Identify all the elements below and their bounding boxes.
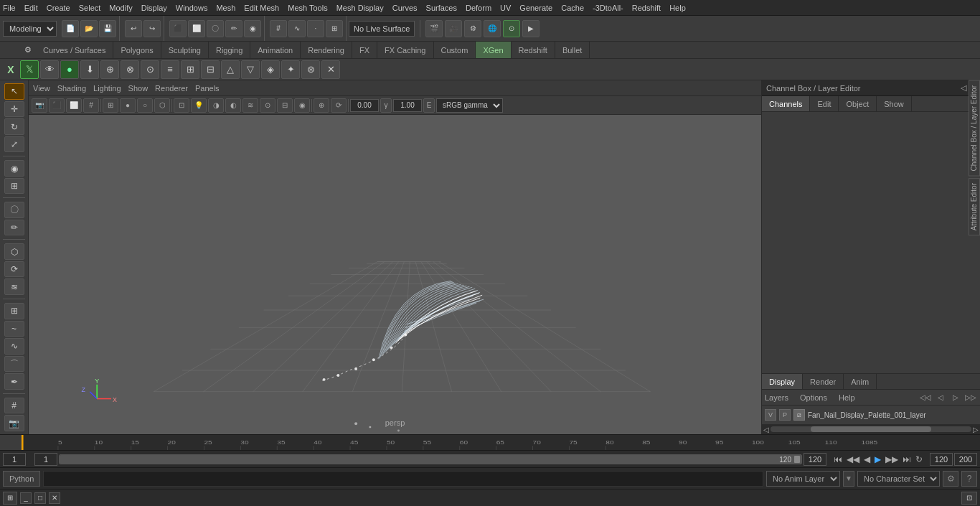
vp-menu-panels[interactable]: Panels: [195, 84, 220, 93]
camera-button[interactable]: 📷: [4, 415, 24, 431]
layer-playback-button[interactable]: P: [779, 409, 791, 421]
tab-show[interactable]: Show: [877, 96, 912, 111]
show-manipulator-button[interactable]: ⊞: [4, 178, 24, 195]
select-tool-button[interactable]: ↖: [4, 83, 24, 100]
viewport-3d[interactable]: X Y Z persp: [29, 115, 761, 434]
vp-isolate-icon[interactable]: ◉: [294, 98, 310, 113]
tab-display[interactable]: Display: [762, 374, 803, 389]
open-scene-button[interactable]: 📂: [80, 20, 98, 37]
range-end-input[interactable]: [804, 453, 826, 466]
menu-generate[interactable]: Generate: [519, 4, 552, 12]
tab-rigging[interactable]: Rigging: [209, 42, 250, 58]
menu-surfaces[interactable]: Surfaces: [426, 4, 457, 12]
rotate-tool-button[interactable]: ↻: [4, 118, 24, 135]
paint-tool-button[interactable]: ✏: [4, 220, 24, 236]
vp-texture-icon[interactable]: ⊡: [174, 98, 189, 113]
anim-layer-arrow[interactable]: ▼: [843, 471, 854, 487]
layer-prev-icon[interactable]: ◁: [934, 391, 947, 404]
vp-bounding-icon[interactable]: ⬡: [154, 98, 170, 113]
vp-resolution-icon[interactable]: ⬜: [66, 98, 82, 113]
menu-modify[interactable]: Modify: [109, 4, 132, 12]
tab-animation[interactable]: Animation: [250, 42, 301, 58]
snap-grid-button[interactable]: #: [270, 20, 287, 37]
render-button[interactable]: 🎬: [425, 20, 443, 37]
lasso-tool-button[interactable]: 〇: [4, 202, 24, 218]
tab-redshift[interactable]: Redshift: [512, 42, 555, 58]
tab-object[interactable]: Object: [839, 96, 877, 111]
ipr-render-button[interactable]: 🎥: [445, 20, 462, 37]
pencil-curve-button[interactable]: ✒: [4, 373, 24, 390]
new-scene-button[interactable]: 📄: [62, 20, 79, 37]
timeline-range-handle[interactable]: [794, 456, 800, 463]
layer-row[interactable]: V P ⧄ Fan_Nail_Display_Palette_001_layer: [762, 406, 980, 424]
statusbar-help-icon[interactable]: ?: [961, 471, 977, 487]
vp-menu-lighting[interactable]: Lighting: [93, 84, 121, 93]
lasso-select-button[interactable]: 〇: [207, 20, 224, 37]
tab-render[interactable]: Render: [803, 374, 844, 389]
play-forward-button[interactable]: ▶: [873, 454, 882, 464]
undo-button[interactable]: ↩: [125, 20, 142, 37]
soft-select-tool-button[interactable]: ◉: [4, 160, 24, 177]
vp-flat-icon[interactable]: ○: [137, 98, 153, 113]
loop-button[interactable]: ↻: [914, 454, 924, 464]
xgen-tool6-icon[interactable]: ⊞: [181, 60, 199, 79]
tab-fx-caching[interactable]: FX Caching: [377, 42, 433, 58]
tab-edit[interactable]: Edit: [810, 96, 839, 111]
menu-uv[interactable]: UV: [500, 4, 511, 12]
vp-gamma-input[interactable]: [350, 99, 379, 112]
vp-menu-shading[interactable]: Shading: [57, 84, 86, 93]
tab-custom[interactable]: Custom: [434, 42, 476, 58]
sculpt-button[interactable]: ⟳: [4, 261, 24, 278]
menu-windows[interactable]: Windows: [176, 4, 208, 12]
menu-edit-mesh[interactable]: Edit Mesh: [244, 4, 279, 12]
layer-scroll-track[interactable]: [771, 426, 971, 432]
quad-draw-button[interactable]: ⬡: [4, 243, 24, 260]
vp-hud-icon[interactable]: ⊟: [277, 98, 293, 113]
render-globals-button[interactable]: 🌐: [484, 20, 501, 37]
vp-menu-renderer[interactable]: Renderer: [155, 84, 188, 93]
go-start-button[interactable]: ⏮: [832, 454, 844, 464]
options-menu[interactable]: Options: [800, 393, 827, 402]
ep-curve-button[interactable]: ∿: [4, 338, 24, 355]
timeline[interactable]: 5 10 15 20 25 30 35 40 45 50 55 60 65 70: [0, 434, 980, 450]
xgen-tool7-icon[interactable]: ⊟: [201, 60, 220, 79]
go-end-button[interactable]: ⏭: [901, 454, 913, 464]
vp-light-icon[interactable]: 💡: [191, 98, 207, 113]
vp-grid-icon[interactable]: #: [83, 98, 99, 113]
menu-edit[interactable]: Edit: [24, 4, 38, 12]
xgen-tool8-icon[interactable]: △: [221, 60, 240, 79]
vp-shadow-icon[interactable]: ◑: [208, 98, 224, 113]
soft-select-button[interactable]: ◉: [244, 20, 261, 37]
mini-restore-button[interactable]: □: [34, 492, 46, 504]
layer-last-icon[interactable]: ▷▷: [964, 391, 977, 404]
play-back-button[interactable]: ◀: [862, 454, 872, 464]
paint-select-button[interactable]: ✏: [225, 20, 242, 37]
statusbar-settings-icon[interactable]: ⚙: [943, 471, 958, 487]
snap-point-button[interactable]: ·: [307, 20, 324, 37]
render-settings-button[interactable]: ⚙: [464, 20, 481, 37]
step-back-button[interactable]: ◀◀: [845, 454, 861, 464]
bezier-curve-button[interactable]: ⌒: [4, 356, 24, 373]
tab-anim[interactable]: Anim: [844, 374, 877, 389]
menu-curves[interactable]: Curves: [392, 4, 418, 12]
xgen-green-icon[interactable]: ●: [60, 60, 79, 79]
vp-motion-blur-icon[interactable]: ≋: [242, 98, 258, 113]
menu-file[interactable]: File: [3, 4, 16, 12]
snap-curve-button[interactable]: ∿: [288, 20, 306, 37]
scale-tool-button[interactable]: ⤢: [4, 136, 24, 153]
menu-redshift[interactable]: Redshift: [632, 4, 661, 12]
vp-exposure-icon[interactable]: E: [423, 98, 435, 113]
xgen-tool13-icon[interactable]: ✕: [321, 60, 340, 79]
no-character-set-select[interactable]: No Character Set: [857, 471, 940, 487]
tab-curves-surfaces[interactable]: Curves / Surfaces: [36, 42, 113, 58]
range-start-input[interactable]: [34, 453, 57, 466]
snap-grid-left-button[interactable]: #: [4, 398, 24, 414]
command-line[interactable]: [43, 471, 763, 487]
playback-range-end[interactable]: [954, 453, 977, 466]
xgen-tool11-icon[interactable]: ✦: [281, 60, 300, 79]
relax-button[interactable]: ≋: [4, 278, 24, 295]
menu-deform[interactable]: Deform: [466, 4, 491, 12]
layer-scrollbar[interactable]: ◁ ▷: [762, 424, 980, 434]
vp-smooth-icon[interactable]: ●: [120, 98, 136, 113]
xgen-tool10-icon[interactable]: ◈: [261, 60, 280, 79]
